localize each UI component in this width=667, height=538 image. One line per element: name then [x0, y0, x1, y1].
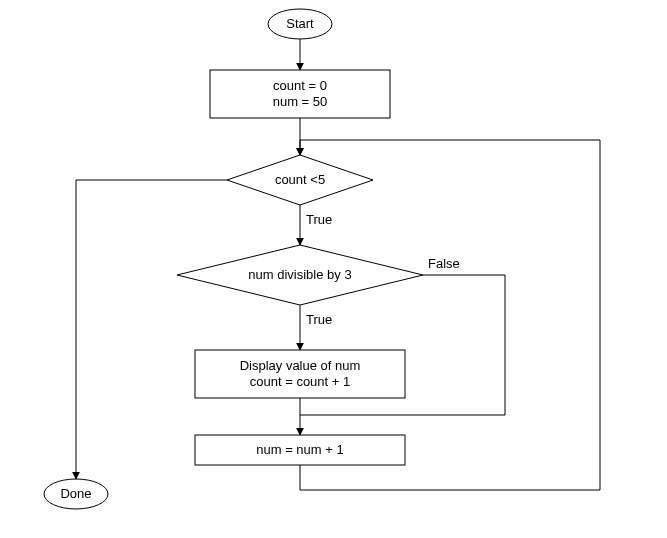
decision-count	[227, 155, 373, 205]
increment-box	[195, 435, 405, 465]
init-box	[210, 70, 390, 118]
start-node	[268, 9, 332, 39]
edge-cond1-done	[76, 180, 227, 479]
decision-divisible	[177, 245, 423, 305]
flowchart-canvas: Start count = 0 num = 50 count <5 True n…	[0, 0, 667, 538]
display-box	[195, 350, 405, 398]
done-node	[44, 479, 108, 509]
flowchart-svg	[0, 0, 667, 538]
